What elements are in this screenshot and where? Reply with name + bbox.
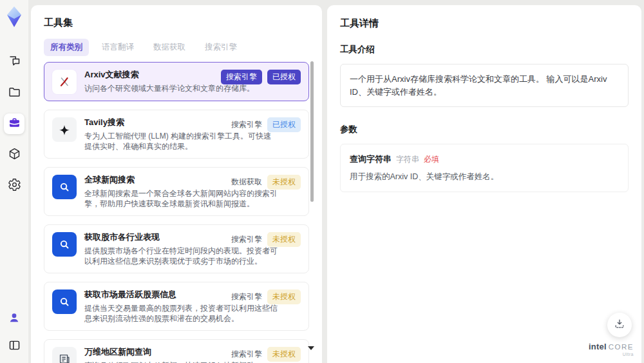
tool-category-badge: 搜索引擎 — [221, 70, 262, 84]
gear-icon — [8, 178, 21, 194]
parameter-description: 用于搜索的Arxiv ID、关键字或作者姓名。 — [350, 172, 619, 182]
app-logo-icon[interactable] — [4, 5, 24, 28]
tool-card[interactable]: 万维地区新闻查询 查询具体行政区划内的新闻，快速了解各地新闻动 搜索引擎 未授权 — [44, 339, 309, 363]
news-search-icon — [52, 232, 77, 257]
tool-auth-badge: 未授权 — [267, 175, 301, 190]
sidebar-item-main-0[interactable] — [4, 52, 24, 72]
category-tab[interactable]: 所有类别 — [44, 39, 89, 56]
sidebar-item-bottom-1[interactable] — [4, 336, 24, 357]
tool-card[interactable]: Tavily搜索 专为人工智能代理 (LLM) 构建的搜索引擎工具。可快速提供实… — [44, 110, 309, 159]
tool-auth-badge: 未授权 — [267, 289, 301, 304]
newspaper-icon — [52, 347, 77, 363]
sidebar-item-main-3[interactable] — [4, 144, 24, 165]
tool-category-badge: 搜索引擎 — [231, 234, 262, 245]
parameter-required-badge: 必填 — [424, 154, 439, 165]
params-section-title: 参数 — [340, 124, 629, 135]
intro-section-title: 工具介绍 — [340, 44, 629, 55]
arxiv-logo-icon — [52, 70, 77, 94]
tool-card[interactable]: 全球新闻搜索 全球新闻搜索是一个聚合全球各大新闻网站内容的搜索引擎，帮助用户快速… — [44, 167, 309, 216]
category-tab[interactable]: 搜索引擎 — [198, 39, 243, 56]
tool-category-badge: 搜索引擎 — [231, 291, 262, 302]
tool-description: 提供当天交易量最高的股票列表，投资者可以利用这些信息来识别流动性强的股票和潜在的… — [84, 303, 278, 324]
app-screen: 工具集 所有类别语言翻译数据获取搜索引擎 Arxiv文献搜索 访问各个研究领域大… — [0, 0, 644, 363]
tool-description: 访问各个研究领域大量科学论文和文章的存储库。 — [84, 83, 278, 93]
sidebar-item-main-1[interactable] — [4, 83, 24, 103]
scroll-down-icon[interactable] — [308, 346, 314, 350]
brand-sub-text: Ultra — [589, 352, 634, 357]
tool-auth-badge: 未授权 — [267, 232, 301, 247]
category-tab[interactable]: 数据获取 — [147, 39, 192, 56]
tool-category-badge: 搜索引擎 — [231, 119, 262, 130]
tool-description: 全球新闻搜索是一个聚合全球各大新闻网站内容的搜索引擎，帮助用户快速获取全球最新资… — [84, 188, 278, 209]
tool-category-badge: 搜索引擎 — [231, 349, 262, 360]
tool-auth-badge: 已授权 — [267, 117, 301, 132]
tool-card[interactable]: 获取股市各行业表现 提供股票市场各个行业在特定时间段内的表现。投资者可以利用这些… — [44, 224, 309, 273]
tool-description: 专为人工智能代理 (LLM) 构建的搜索引擎工具。可快速提供实时、准确和真实的结… — [84, 131, 278, 152]
sidebar-item-main-4[interactable] — [4, 175, 24, 196]
news-search-icon — [52, 175, 77, 199]
user-icon — [8, 311, 21, 327]
download-icon — [613, 317, 626, 333]
tool-detail-panel: 工具详情 工具介绍 一个用于从Arxiv存储库搜索科学论文和文章的工具。 输入可… — [327, 5, 641, 363]
page-title: 工具集 — [31, 5, 322, 29]
tool-auth-badge: 未授权 — [267, 347, 301, 362]
tool-card[interactable]: Arxiv文献搜索 访问各个研究领域大量科学论文和文章的存储库。 搜索引擎 已授… — [44, 62, 309, 101]
sidebar-item-main-2[interactable] — [4, 113, 24, 134]
left-rail — [0, 0, 28, 363]
tool-auth-badge: 已授权 — [267, 70, 301, 84]
download-button[interactable] — [607, 313, 632, 337]
sidebar-item-bottom-0[interactable] — [4, 309, 24, 329]
category-tabs: 所有类别语言翻译数据获取搜索引擎 — [31, 29, 322, 63]
chat-icon — [8, 54, 21, 70]
tavily-star-icon — [52, 117, 77, 142]
tool-category-badge: 数据获取 — [231, 177, 262, 188]
tool-intro-text: 一个用于从Arxiv存储库搜索科学论文和文章的工具。 输入可以是Arxiv ID… — [340, 64, 629, 107]
tool-description: 提供股票市场各个行业在特定时间段内的表现。投资者可以利用这些信息来识别表现优于或… — [84, 246, 278, 266]
parameter-type: 字符串 — [396, 154, 419, 165]
tool-card[interactable]: 获取市场最活跃股票信息 提供当天交易量最高的股票列表，投资者可以利用这些信息来识… — [44, 282, 309, 331]
cube-icon — [8, 147, 21, 163]
brand-core-text: CORE — [609, 344, 634, 351]
category-tab[interactable]: 语言翻译 — [95, 39, 140, 56]
news-search-icon — [52, 289, 77, 314]
panel-layout-icon — [8, 338, 21, 355]
tool-list: Arxiv文献搜索 访问各个研究领域大量科学论文和文章的存储库。 搜索引擎 已授… — [44, 62, 309, 363]
folder-icon — [8, 85, 21, 101]
parameter-card: 查询字符串 字符串 必填 用于搜索的Arxiv ID、关键字或作者姓名。 — [340, 144, 629, 192]
briefcase-icon — [8, 116, 21, 132]
scrollbar-thumb[interactable] — [310, 61, 314, 202]
parameter-name: 查询字符串 — [350, 153, 392, 165]
detail-title: 工具详情 — [340, 17, 629, 30]
tool-list-panel: 工具集 所有类别语言翻译数据获取搜索引擎 Arxiv文献搜索 访问各个研究领域大… — [31, 5, 322, 363]
intel-core-logo: intel CORE Ultra — [589, 342, 634, 357]
brand-intel-text: intel — [589, 342, 607, 351]
